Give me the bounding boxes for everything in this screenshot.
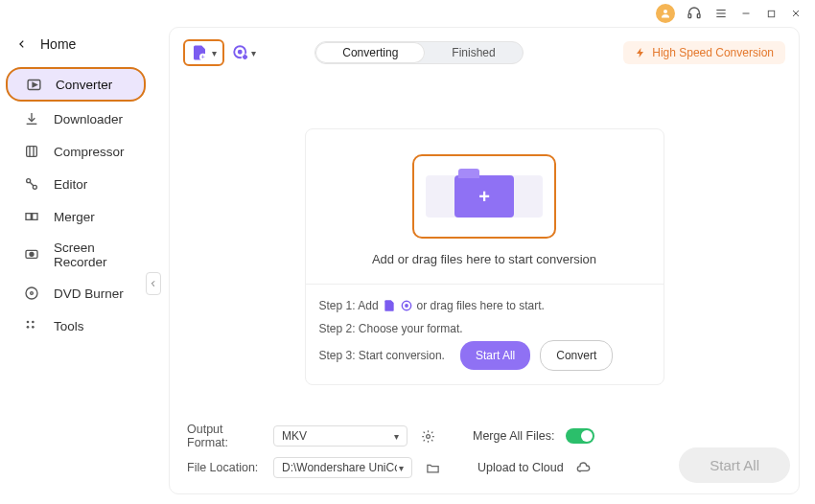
- svg-text:+: +: [244, 54, 247, 60]
- dropzone-area: + Add or drag files here to start conver…: [183, 66, 785, 411]
- svg-point-23: [26, 287, 37, 299]
- file-plus-icon: +: [191, 44, 208, 61]
- converter-icon: [25, 76, 42, 93]
- close-button[interactable]: [788, 8, 803, 19]
- svg-text:+: +: [201, 54, 205, 60]
- home-label: Home: [40, 36, 76, 52]
- svg-rect-2: [697, 14, 700, 18]
- svg-point-32: [239, 51, 242, 54]
- sidebar-item-label: Downloader: [54, 112, 123, 126]
- disc-plus-icon: +: [232, 44, 249, 61]
- sidebar-item-label: Screen Recorder: [54, 241, 146, 269]
- sidebar-item-label: Converter: [56, 78, 112, 92]
- svg-marker-11: [33, 82, 36, 86]
- sidebar-item-label: Compressor: [54, 145, 125, 159]
- compressor-icon: [23, 143, 40, 160]
- svg-line-17: [30, 182, 34, 186]
- home-nav[interactable]: Home: [0, 31, 153, 65]
- output-format-label: Output Format:: [187, 423, 262, 449]
- chevron-down-icon: ▾: [212, 48, 217, 58]
- sidebar-item-editor[interactable]: Editor: [6, 169, 146, 199]
- upload-cloud-label: Upload to Cloud: [477, 461, 564, 474]
- sidebar: Home Converter Downloader Compressor Edi…: [0, 27, 153, 504]
- sidebar-item-downloader[interactable]: Downloader: [6, 103, 146, 134]
- step-2: Step 2: Choose your format.: [319, 317, 650, 340]
- folder-plus-icon: +: [454, 175, 514, 218]
- step-1: Step 1: Add or drag files here to start.: [319, 294, 650, 317]
- step-3: Step 3: Start conversion. Start All Conv…: [319, 340, 650, 371]
- cloud-icon[interactable]: [575, 459, 593, 476]
- chevron-down-icon: ▾: [394, 431, 399, 442]
- download-icon: [23, 110, 40, 127]
- menu-icon[interactable]: [713, 7, 729, 20]
- record-icon: [23, 246, 40, 263]
- titlebar: [0, 0, 815, 27]
- sidebar-item-label: Editor: [54, 177, 87, 192]
- svg-point-28: [32, 326, 35, 329]
- tab-finished[interactable]: Finished: [425, 42, 522, 63]
- svg-rect-19: [33, 214, 37, 220]
- high-speed-button[interactable]: High Speed Conversion: [623, 41, 785, 64]
- output-row: Output Format: MKV ▾ Merge All Files:: [187, 423, 781, 449]
- steps-panel: Step 1: Add or drag files here to start.…: [306, 284, 664, 384]
- output-format-select[interactable]: MKV ▾: [273, 425, 408, 447]
- sidebar-item-dvd-burner[interactable]: DVD Burner: [6, 278, 146, 309]
- sidebar-item-screen-recorder[interactable]: Screen Recorder: [6, 234, 146, 276]
- add-disc-button[interactable]: + ▾: [228, 41, 260, 64]
- add-file-button[interactable]: + ▾: [183, 39, 224, 66]
- sidebar-item-label: Merger: [54, 210, 95, 224]
- svg-rect-7: [768, 11, 774, 16]
- svg-point-36: [405, 305, 407, 307]
- main-area: Home Converter Downloader Compressor Edi…: [0, 27, 815, 504]
- settings-icon[interactable]: [419, 427, 436, 445]
- sidebar-item-label: Tools: [54, 319, 84, 333]
- file-location-select[interactable]: D:\Wondershare UniConverter 1 ▾: [273, 457, 412, 478]
- sidebar-item-label: DVD Burner: [54, 286, 124, 301]
- svg-rect-18: [26, 214, 31, 220]
- svg-point-26: [32, 321, 35, 324]
- sidebar-item-converter[interactable]: Converter: [6, 67, 146, 102]
- main-panel: + ▾ + ▾ Converting Finished High Speed C…: [169, 27, 800, 494]
- back-icon: [17, 39, 27, 49]
- editor-icon: [23, 175, 40, 193]
- svg-point-22: [30, 252, 34, 256]
- svg-point-24: [31, 292, 34, 295]
- merger-icon: [23, 208, 40, 225]
- file-location-label: File Location:: [187, 461, 262, 474]
- collapse-sidebar-button[interactable]: [146, 272, 161, 295]
- svg-point-37: [426, 434, 430, 438]
- tools-icon: [23, 317, 40, 334]
- dropzone-title: Add or drag files here to start conversi…: [315, 252, 654, 266]
- maximize-button[interactable]: [763, 9, 779, 19]
- file-plus-icon: [383, 299, 396, 312]
- sidebar-item-tools[interactable]: Tools: [6, 310, 146, 341]
- content-area: + ▾ + ▾ Converting Finished High Speed C…: [153, 27, 815, 504]
- dvd-icon: [23, 285, 40, 302]
- headset-icon[interactable]: [685, 4, 704, 23]
- folder-open-icon[interactable]: [424, 459, 441, 476]
- svg-rect-12: [27, 147, 37, 157]
- chevron-down-icon: ▾: [399, 463, 404, 473]
- convert-button[interactable]: Convert: [540, 340, 613, 371]
- svg-point-25: [27, 321, 30, 324]
- dropzone-thumb[interactable]: +: [412, 154, 556, 239]
- toolbar: + ▾ + ▾ Converting Finished High Speed C…: [183, 39, 785, 66]
- svg-point-27: [27, 326, 30, 329]
- add-file-group: + ▾ + ▾: [183, 39, 260, 66]
- chevron-down-icon: ▾: [251, 48, 256, 58]
- disc-plus-icon: [400, 299, 413, 312]
- dropzone[interactable]: + Add or drag files here to start conver…: [305, 128, 664, 385]
- svg-point-0: [664, 10, 667, 13]
- sidebar-item-merger[interactable]: Merger: [6, 201, 146, 232]
- bolt-icon: [635, 47, 646, 58]
- merge-toggle[interactable]: [566, 428, 594, 444]
- status-segment: Converting Finished: [314, 41, 523, 64]
- start-all-button[interactable]: Start All: [460, 341, 530, 370]
- avatar-icon[interactable]: [656, 4, 675, 23]
- dropzone-top: + Add or drag files here to start conver…: [306, 129, 664, 284]
- minimize-button[interactable]: [738, 8, 754, 19]
- start-all-main-button[interactable]: Start All: [679, 447, 790, 483]
- merge-label: Merge All Files:: [473, 429, 554, 443]
- tab-converting[interactable]: Converting: [315, 42, 425, 63]
- sidebar-item-compressor[interactable]: Compressor: [6, 136, 146, 167]
